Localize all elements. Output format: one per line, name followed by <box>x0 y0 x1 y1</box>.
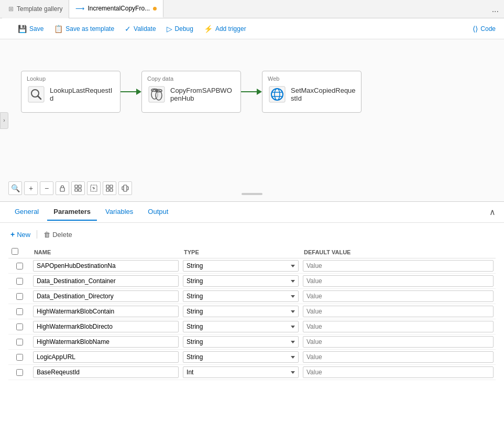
node-web[interactable]: Web SetMaxCopiedRequestId <box>262 71 361 113</box>
debug-button[interactable]: ▷ Debug <box>162 23 198 35</box>
row-checkbox-7[interactable] <box>16 369 23 376</box>
param-default-input-3[interactable] <box>303 306 494 317</box>
tab-parameters[interactable]: Parameters <box>47 203 97 221</box>
param-name-input-1[interactable] <box>33 275 179 287</box>
node-copy-data[interactable]: Copy data CopyFromSAPBWOpenHub <box>141 71 241 113</box>
table-row: String Int Bool Array Object Float <box>8 304 496 319</box>
copy-data-icon <box>147 85 166 104</box>
table-row: String Int Bool Array Object Float <box>8 319 496 334</box>
param-default-input-2[interactable] <box>303 290 494 302</box>
node-lookup-type-label: Lookup <box>27 75 115 82</box>
lock-button[interactable] <box>56 181 69 195</box>
table-row: String Int Bool Array Object Float <box>8 274 496 289</box>
node-web-name: SetMaxCopiedRequestId <box>291 87 356 102</box>
param-type-select-4[interactable]: String Int Bool Array Object Float <box>183 321 299 332</box>
param-type-select-7[interactable]: String Int Bool Array Object Float <box>183 366 299 378</box>
new-delete-toolbar: + New 🗑 Delete <box>8 228 496 241</box>
tab-output[interactable]: Output <box>141 203 174 221</box>
unsaved-indicator <box>153 7 157 10</box>
tab-incremental-copy[interactable]: ⟶ IncrementalCopyFro... <box>69 0 163 18</box>
auto-layout-button[interactable] <box>103 181 116 195</box>
debug-icon: ▷ <box>167 25 172 33</box>
param-default-input-0[interactable] <box>303 260 494 272</box>
collapse-nodes-button[interactable] <box>118 181 132 195</box>
select-tool-button[interactable] <box>87 181 101 195</box>
row-checkbox-1[interactable] <box>16 278 23 285</box>
tab-general[interactable]: General <box>8 203 45 221</box>
tab-bar: ⊞ Template gallery ⟶ IncrementalCopyFro.… <box>0 0 504 18</box>
pipeline-flow: Lookup LookupLastRequestId Copy data <box>21 71 361 113</box>
param-default-input-4[interactable] <box>303 321 494 332</box>
param-type-select-1[interactable]: String Int Bool Array Object Float <box>183 275 299 287</box>
save-template-icon: 📋 <box>54 25 63 33</box>
add-trigger-button[interactable]: ⚡ Add trigger <box>200 23 250 35</box>
svg-rect-24 <box>124 185 127 191</box>
save-button[interactable]: 💾 Save <box>14 23 48 35</box>
parameters-table: NAME TYPE DEFAULT VALUE String Int Bool … <box>8 246 496 380</box>
param-name-input-0[interactable] <box>33 260 179 272</box>
row-checkbox-2[interactable] <box>16 293 23 300</box>
svg-rect-17 <box>79 189 81 191</box>
more-tabs-button[interactable]: ... <box>487 0 504 18</box>
fit-to-screen-button[interactable] <box>71 181 85 195</box>
parameters-content: + New 🗑 Delete NAME TYPE DEFAULT VALUE <box>0 223 504 385</box>
param-type-select-3[interactable]: String Int Bool Array Object Float <box>183 306 299 317</box>
param-type-select-6[interactable]: String Int Bool Array Object Float <box>183 351 299 363</box>
node-web-type-label: Web <box>268 75 356 82</box>
zoom-in-button[interactable]: + <box>24 181 38 195</box>
drag-handle[interactable] <box>242 193 262 195</box>
zoom-out-button[interactable]: − <box>40 181 53 195</box>
row-checkbox-6[interactable] <box>16 354 23 361</box>
svg-rect-19 <box>106 185 109 188</box>
param-name-input-4[interactable] <box>33 321 179 332</box>
sidebar-expand-button[interactable]: › <box>0 112 8 129</box>
row-checkbox-5[interactable] <box>16 339 23 345</box>
param-name-input-2[interactable] <box>33 290 179 302</box>
param-default-input-7[interactable] <box>303 366 494 378</box>
svg-rect-22 <box>110 189 113 191</box>
bottom-panel: General Parameters Variables Output ∧ + … <box>0 202 504 385</box>
param-name-input-6[interactable] <box>33 351 179 363</box>
param-type-select-0[interactable]: String Int Bool Array Object Float <box>183 260 299 272</box>
new-parameter-button[interactable]: + New <box>8 228 32 241</box>
plus-icon: + <box>10 230 15 239</box>
param-default-input-1[interactable] <box>303 275 494 287</box>
code-button[interactable]: ⟨⟩ Code <box>468 23 500 35</box>
header-checkbox-col <box>8 246 31 258</box>
save-icon: 💾 <box>18 25 27 33</box>
pipeline-canvas[interactable]: › Lookup LookupLastRequestId Copy data <box>0 39 504 202</box>
tab-variables[interactable]: Variables <box>99 203 139 221</box>
svg-rect-16 <box>75 189 78 191</box>
table-row: String Int Bool Array Object Float <box>8 258 496 274</box>
param-name-input-3[interactable] <box>33 306 179 317</box>
table-row: String Int Bool Array Object Float <box>8 334 496 350</box>
param-type-select-2[interactable]: String Int Bool Array Object Float <box>183 290 299 302</box>
table-row: String Int Bool Array Object Float <box>8 350 496 365</box>
param-name-input-5[interactable] <box>33 336 179 348</box>
delete-parameter-button[interactable]: 🗑 Delete <box>41 229 74 241</box>
param-default-input-5[interactable] <box>303 336 494 348</box>
search-zoom-button[interactable]: 🔍 <box>8 181 22 195</box>
node-copy-name: CopyFromSAPBWOpenHub <box>170 87 235 102</box>
trigger-icon: ⚡ <box>204 25 213 33</box>
param-default-input-6[interactable] <box>303 351 494 363</box>
code-icon: ⟨⟩ <box>473 25 478 33</box>
svg-rect-13 <box>60 188 64 191</box>
validate-button[interactable]: ✓ Validate <box>120 23 160 35</box>
row-checkbox-0[interactable] <box>16 263 23 269</box>
node-lookup[interactable]: Lookup LookupLastRequestId <box>21 71 120 113</box>
table-row: String Int Bool Array Object Float <box>8 365 496 380</box>
param-type-select-5[interactable]: String Int Bool Array Object Float <box>183 336 299 348</box>
row-checkbox-4[interactable] <box>16 323 23 330</box>
select-all-checkbox[interactable] <box>12 248 18 255</box>
row-checkbox-3[interactable] <box>16 308 23 315</box>
header-name: NAME <box>31 246 181 258</box>
save-as-template-button[interactable]: 📋 Save as template <box>50 23 118 35</box>
param-name-input-7[interactable] <box>33 366 179 378</box>
svg-rect-0 <box>28 87 44 102</box>
header-default-value: DEFAULT VALUE <box>301 246 496 258</box>
table-row: String Int Bool Array Object Float <box>8 289 496 304</box>
tab-template-gallery[interactable]: ⊞ Template gallery <box>2 0 69 18</box>
toolbar: 💾 Save 📋 Save as template ✓ Validate ▷ D… <box>0 18 504 39</box>
collapse-panel-button[interactable]: ∧ <box>489 207 496 217</box>
